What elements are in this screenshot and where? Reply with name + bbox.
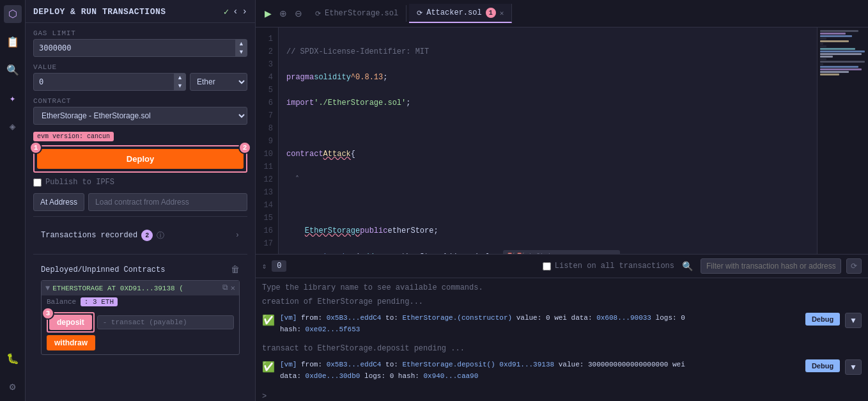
deploy-body: GAS LIMIT ▲ ▼ VALUE ▲ ▼ Ether Wei [26, 23, 255, 370]
contract-expand-icon[interactable]: ▼ [45, 284, 50, 293]
tx2-expand-button[interactable]: ▼ [845, 359, 862, 375]
console-pending-2: transact to EtherStorage.deposit pending… [262, 343, 862, 354]
console-tx-1: ✅ [vm] from: 0x5B3...eddC4 to: EtherStor… [262, 310, 862, 338]
divider-1 [33, 216, 247, 217]
publish-row: Publish to IPFS [33, 178, 247, 187]
sidebar-icon-plugin[interactable]: ✦ [4, 90, 22, 107]
tx1-text: [vm] from: 0x5B3...eddC4 to: EtherStorag… [280, 313, 800, 335]
code-line-6: ˄ [286, 173, 809, 186]
copy-icon[interactable]: ⧉ [222, 283, 228, 293]
tx-title: Transactions recorded [41, 231, 137, 240]
deposit-button[interactable]: deposit [49, 315, 92, 330]
gas-limit-arrows: ▲ ▼ [235, 40, 247, 56]
value-down[interactable]: ▼ [174, 82, 185, 90]
minimap-line [820, 61, 865, 63]
contract-item: ▼ ETHERSTORAGE AT 0XD91...39138 ( ⧉ ✕ Ba… [41, 280, 240, 355]
value-row: ▲ ▼ Ether Wei Gwei Finney [33, 73, 247, 91]
nav-forward-icon[interactable]: › [242, 6, 247, 17]
deploy-panel: DEPLOY & RUN TRANSACTIONS ✓ ‹ › GAS LIMI… [26, 0, 256, 401]
listen-label: Listen on all transactions [555, 262, 674, 271]
contract-buttons: 3 deposit - transact (payable) withdraw [42, 308, 239, 354]
tx2-text: [vm] from: 0x5B3...eddC4 to: EtherStorag… [280, 359, 800, 382]
minimap-line [820, 58, 826, 60]
transact-label: - transact (payable) [97, 315, 234, 329]
tx1-debug-button[interactable]: Debug [805, 313, 840, 326]
console-filter-button[interactable]: ⟳ [846, 258, 862, 274]
publish-checkbox[interactable] [33, 178, 42, 187]
deposit-btn-wrap: 3 deposit - transact (payable) [47, 312, 234, 333]
tx-chevron-icon[interactable]: › [235, 231, 240, 240]
value-up[interactable]: ▲ [174, 74, 185, 82]
gas-limit-input[interactable] [34, 40, 235, 56]
tab-etherstorage[interactable]: ⟳ EtherStorage.sol [307, 5, 407, 22]
code-line-7 [286, 199, 809, 212]
value-input-wrap: ▲ ▼ [33, 73, 186, 91]
step-2-badge: 2 [238, 141, 251, 154]
transactions-header[interactable]: Transactions recorded 2 ⓘ › [41, 227, 240, 244]
code-line-4 [286, 122, 809, 135]
sidebar-icon-files[interactable]: 📋 [4, 33, 22, 51]
sidebar-icon-settings[interactable]: ⚙ [4, 378, 22, 396]
contract-item-name: ETHERSTORAGE AT 0XD91...39138 ( [52, 285, 220, 292]
load-contract-button[interactable]: Load contract from Address [88, 193, 247, 211]
withdraw-button[interactable]: withdraw [47, 335, 95, 350]
balance-value: : 3 ETH [81, 297, 118, 306]
value-label: VALUE [33, 63, 247, 71]
sidebar-icon-search[interactable]: 🔍 [4, 61, 22, 79]
deploy-button[interactable]: Deploy [37, 149, 244, 169]
console-tx-2: ✅ [vm] from: 0x5B3...eddC4 to: EtherStor… [262, 357, 862, 384]
gas-limit-up[interactable]: ▲ [236, 40, 247, 48]
step-3-badge: 3 [42, 307, 54, 320]
minimap-line [820, 30, 858, 32]
code-line-2: pragma solidity ^0.8.13; [286, 71, 809, 84]
console-expand-icon[interactable]: ⇕ [262, 262, 267, 271]
balance-row: Balance : 3 ETH [42, 295, 239, 308]
value-unit-select[interactable]: Ether Wei Gwei Finney [190, 73, 247, 91]
at-address-button[interactable]: At Address [33, 193, 84, 211]
editor-toolbar: ▶ ⊕ ⊖ ⟳ EtherStorage.sol ⟳ Attacker.sol … [256, 0, 868, 28]
publish-label: Publish to IPFS [45, 178, 114, 187]
minimap [817, 28, 868, 254]
run-button[interactable]: ▶ [262, 7, 274, 20]
minimap-line [820, 43, 823, 45]
gas-limit-down[interactable]: ▼ [236, 48, 247, 56]
listen-checkbox[interactable] [543, 262, 551, 271]
tx2-debug-button[interactable]: Debug [805, 359, 840, 372]
zoom-out-button[interactable]: ⊖ [292, 7, 305, 20]
search-console-icon[interactable]: 🔍 [679, 260, 695, 273]
tx-header-left: Transactions recorded 2 ⓘ [41, 230, 164, 241]
balance-label: Balance [47, 298, 76, 306]
console-search-input[interactable] [701, 258, 841, 274]
minimap-line [820, 48, 855, 50]
minimap-line [820, 40, 849, 42]
sidebar-icon-debug[interactable]: 🐛 [4, 350, 22, 368]
zoom-in-button[interactable]: ⊕ [277, 7, 290, 20]
value-input[interactable] [34, 74, 174, 90]
tx2-info: [vm] from: 0x5B3...eddC4 to: EtherStorag… [280, 359, 800, 382]
console-area: ⇕ 0 Listen on all transactions 🔍 ⟳ Type … [256, 254, 868, 401]
transactions-section: Transactions recorded 2 ⓘ › [33, 222, 247, 249]
minimap-line [820, 74, 839, 75]
value-arrows: ▲ ▼ [174, 74, 185, 90]
nav-back-icon[interactable]: ‹ [233, 6, 238, 17]
tab-close-icon[interactable]: ✕ [500, 9, 504, 17]
sidebar-icon-deploy[interactable]: ⬡ [4, 5, 22, 23]
trash-icon[interactable]: 🗑 [231, 265, 240, 275]
console-prompt: > [262, 389, 862, 401]
sidebar: ⬡ 📋 🔍 ✦ ◈ 🐛 ⚙ [0, 0, 26, 401]
contract-select[interactable]: EtherStorage - EtherStorage.sol [33, 107, 247, 125]
code-area: 12345 678910 1112131415 1617 // SPDX-Lic… [256, 28, 868, 254]
close-contract-icon[interactable]: ✕ [231, 283, 235, 293]
tx1-expand-button[interactable]: ▼ [845, 313, 862, 328]
listen-row: Listen on all transactions [543, 262, 674, 271]
deployed-header: Deployed/Unpinned Contracts 🗑 [41, 265, 240, 275]
console-output: Type the library name to see available c… [256, 278, 868, 401]
console-toolbar: ⇕ 0 Listen on all transactions 🔍 ⟳ [256, 255, 868, 278]
info-icon[interactable]: ⓘ [157, 230, 164, 241]
check-icon[interactable]: ✓ [224, 6, 229, 17]
contract-item-header: ▼ ETHERSTORAGE AT 0XD91...39138 ( ⧉ ✕ [42, 281, 239, 295]
sidebar-icon-compiler[interactable]: ◈ [4, 118, 22, 136]
tx1-info: [vm] from: 0x5B3...eddC4 to: EtherStorag… [280, 313, 800, 335]
tab-attacker[interactable]: ⟳ Attacker.sol 1 ✕ [409, 4, 512, 23]
tx-count-badge: 2 [141, 230, 153, 241]
